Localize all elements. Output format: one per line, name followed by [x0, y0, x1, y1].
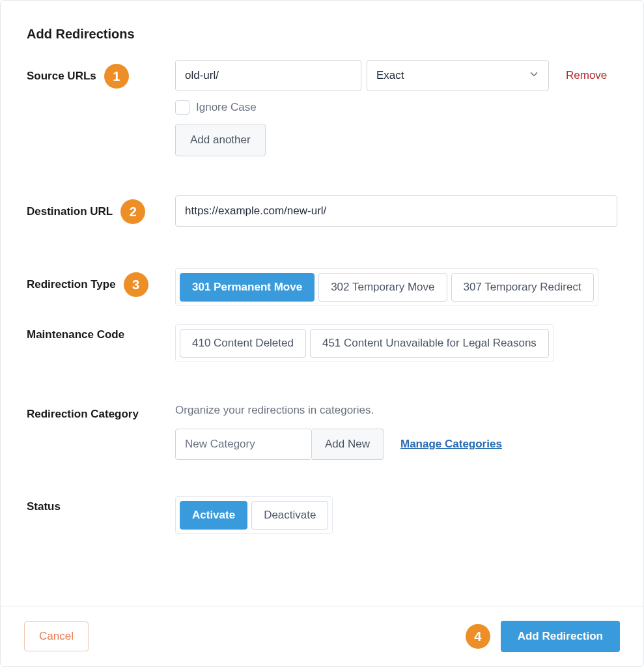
- status-group: Activate Deactivate: [175, 496, 333, 534]
- destination-row: Destination URL 2: [27, 195, 617, 227]
- maintenance-row: Maintenance Code 410 Content Deleted 451…: [27, 324, 617, 362]
- maintenance-group: 410 Content Deleted 451 Content Unavaila…: [175, 324, 553, 362]
- cancel-button[interactable]: Cancel: [24, 621, 89, 651]
- ignore-case-checkbox[interactable]: [175, 100, 189, 115]
- destination-label: Destination URL: [27, 205, 113, 218]
- maint-451[interactable]: 451 Content Unavailable for Legal Reason…: [310, 329, 549, 358]
- ignore-case-label: Ignore Case: [196, 101, 257, 114]
- match-type-select-wrap: Exact: [367, 60, 549, 91]
- source-urls-label: Source URLs: [27, 70, 96, 83]
- redirect-type-307[interactable]: 307 Temporary Redirect: [451, 273, 594, 302]
- remove-source-link[interactable]: Remove: [566, 69, 607, 82]
- destination-url-input[interactable]: [175, 195, 617, 227]
- add-another-wrap: Add another: [175, 124, 617, 156]
- annotation-badge-3: 3: [124, 272, 148, 297]
- footer-right: 4 Add Redirection: [466, 621, 620, 652]
- manage-categories-link[interactable]: Manage Categories: [400, 438, 502, 451]
- status-deactivate[interactable]: Deactivate: [251, 501, 328, 530]
- match-type-selected: Exact: [376, 69, 404, 82]
- redirection-type-label-col: Redirection Type 3: [27, 268, 175, 297]
- category-row: Redirection Category Organize your redir…: [27, 404, 617, 460]
- annotation-badge-2: 2: [120, 199, 145, 224]
- destination-label-col: Destination URL 2: [27, 195, 175, 224]
- match-type-select[interactable]: Exact: [367, 60, 549, 91]
- maintenance-label: Maintenance Code: [27, 328, 124, 341]
- panel-footer: Cancel 4 Add Redirection: [1, 606, 643, 666]
- category-controls: Add New Manage Categories: [175, 429, 617, 460]
- page-title: Add Redirections: [27, 27, 617, 42]
- category-label-col: Redirection Category: [27, 404, 175, 421]
- add-redirections-panel: Add Redirections Source URLs 1 Exact: [0, 0, 644, 667]
- ignore-case-row: Ignore Case: [175, 100, 617, 115]
- maintenance-label-col: Maintenance Code: [27, 324, 175, 341]
- category-help: Organize your redirections in categories…: [175, 404, 617, 417]
- status-label-col: Status: [27, 496, 175, 513]
- redirection-type-group: 301 Permanent Move 302 Temporary Move 30…: [175, 268, 598, 306]
- new-category-input[interactable]: [175, 429, 312, 460]
- status-label: Status: [27, 500, 61, 513]
- annotation-badge-4: 4: [466, 624, 490, 649]
- category-label: Redirection Category: [27, 408, 139, 421]
- status-row: Status Activate Deactivate: [27, 496, 617, 534]
- source-url-line: Exact Remove: [175, 60, 617, 91]
- destination-field: [175, 195, 617, 227]
- redirection-type-field: 301 Permanent Move 302 Temporary Move 30…: [175, 268, 617, 306]
- add-redirection-button[interactable]: Add Redirection: [501, 621, 620, 652]
- redirect-type-302[interactable]: 302 Temporary Move: [318, 273, 447, 302]
- add-new-category-button[interactable]: Add New: [312, 429, 384, 460]
- maintenance-field: 410 Content Deleted 451 Content Unavaila…: [175, 324, 617, 362]
- status-field: Activate Deactivate: [175, 496, 617, 534]
- category-field: Organize your redirections in categories…: [175, 404, 617, 460]
- source-urls-label-col: Source URLs 1: [27, 60, 175, 89]
- source-url-input[interactable]: [175, 60, 361, 91]
- status-activate[interactable]: Activate: [180, 501, 247, 530]
- redirection-type-row: Redirection Type 3 301 Permanent Move 30…: [27, 268, 617, 306]
- source-urls-row: Source URLs 1 Exact Remove: [27, 60, 617, 156]
- panel-content: Add Redirections Source URLs 1 Exact: [1, 1, 643, 606]
- redirection-type-label: Redirection Type: [27, 278, 116, 291]
- redirect-type-301[interactable]: 301 Permanent Move: [180, 273, 315, 302]
- add-another-button[interactable]: Add another: [175, 124, 266, 156]
- source-urls-field: Exact Remove Ignore Case Add another: [175, 60, 617, 156]
- maint-410[interactable]: 410 Content Deleted: [180, 329, 306, 358]
- annotation-badge-1: 1: [104, 64, 129, 89]
